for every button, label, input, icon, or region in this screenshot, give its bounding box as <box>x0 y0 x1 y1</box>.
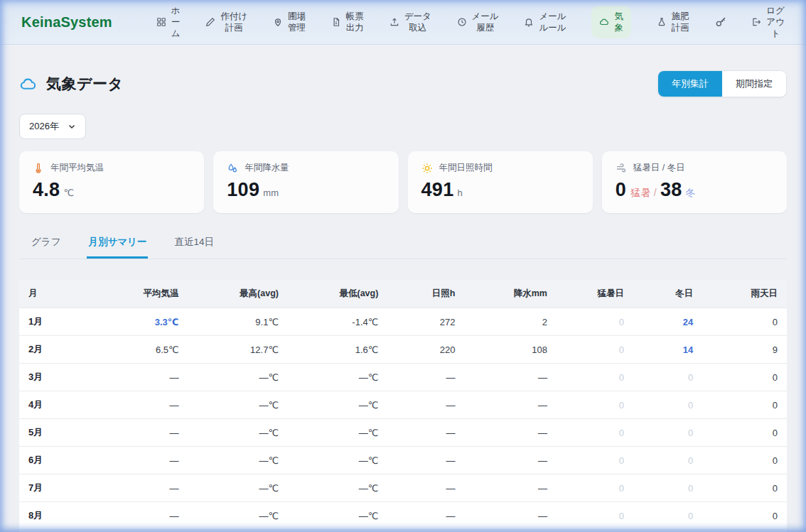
nav-item-label: 圃場 管理 <box>288 11 306 34</box>
table-row: 2月6.5℃12.7℃1.6℃2201080149 <box>19 336 787 364</box>
table-body: 1月3.3℃9.1℃-1.4℃272202402月6.5℃12.7℃1.6℃22… <box>19 308 787 532</box>
top-nav: KeinaSystem ホ ー ム 作付け 計画 圃場 管理 帳票 出力 <box>0 0 806 45</box>
nav-item-home[interactable]: ホ ー ム <box>156 5 181 40</box>
header-rainy-days: 雨天日 <box>702 280 787 308</box>
nav-item-label: メール ルール <box>539 11 566 34</box>
cell-avg-temp: — <box>96 364 188 391</box>
cell-rainy-days: 0 <box>702 474 787 502</box>
nav-item-label: メール 履歴 <box>472 11 499 34</box>
winter-days-label: 冬 <box>686 187 696 198</box>
cell-min-avg: -1.4℃ <box>288 308 387 336</box>
nav-item-label: 帳票 出力 <box>346 11 364 34</box>
value-separator: / <box>654 187 657 198</box>
cell-min-avg: —℃ <box>288 530 387 532</box>
sun-icon <box>421 163 433 174</box>
cell-max-avg: —℃ <box>188 364 288 391</box>
table-row: 5月——℃—℃——000 <box>19 419 787 447</box>
cell-hot-days: 0 <box>557 308 633 336</box>
logout-icon <box>751 17 761 27</box>
cell-sunshine: 220 <box>387 336 464 364</box>
cell-precipitation: — <box>464 447 557 474</box>
cell-hot-days: 0 <box>557 502 633 530</box>
period-select-button[interactable]: 期間指定 <box>722 71 786 97</box>
cell-sunshine: — <box>387 391 464 419</box>
tab-graph[interactable]: グラフ <box>30 232 62 259</box>
card-unit: h <box>457 188 463 198</box>
nav-item-field-management[interactable]: 圃場 管理 <box>273 11 306 34</box>
card-annual-avg-temp: 年間平均気温 4.8℃ <box>19 151 204 213</box>
cell-precipitation: — <box>464 364 557 391</box>
cell-max-avg: —℃ <box>188 502 288 530</box>
year-select-value: 2026年 <box>29 120 59 133</box>
card-label: 年間降水量 <box>245 162 289 174</box>
map-pin-icon <box>273 17 283 27</box>
cell-hot-days: 0 <box>557 474 633 502</box>
header-month: 月 <box>19 280 96 308</box>
year-select[interactable]: 2026年 <box>19 114 86 139</box>
pencil-icon <box>205 17 215 27</box>
cell-max-avg: —℃ <box>188 474 288 502</box>
nav-item-report-output[interactable]: 帳票 出力 <box>331 11 364 34</box>
brand-logo[interactable]: KeinaSystem <box>21 14 112 31</box>
table-row: 6月——℃—℃——000 <box>19 447 787 474</box>
cell-avg-temp: — <box>96 419 188 447</box>
weather-cloud-icon <box>19 75 37 93</box>
header-min-avg: 最低(avg) <box>288 280 387 308</box>
nav-item-fertilizer-plan[interactable]: 施肥 計画 <box>657 11 689 34</box>
yearly-summary-button[interactable]: 年別集計 <box>658 71 722 97</box>
cell-hot-days: 0 <box>557 391 633 419</box>
nav-item-label: 気 象 <box>614 11 623 34</box>
cell-avg-temp: 3.3℃ <box>96 308 188 336</box>
cell-sunshine: — <box>387 530 464 532</box>
cell-month: 1月 <box>19 308 96 336</box>
cell-avg-temp: — <box>96 474 188 502</box>
cell-rainy-days: 0 <box>702 364 787 391</box>
cell-sunshine: — <box>387 419 464 447</box>
bell-icon <box>524 17 534 27</box>
cell-precipitation: 2 <box>464 308 557 336</box>
logout-button[interactable]: ログ アウ ト <box>751 5 785 40</box>
nav-item-label: 作付け 計画 <box>220 11 247 34</box>
cell-sunshine: 272 <box>387 308 464 336</box>
tab-monthly-summary[interactable]: 月別サマリー <box>87 232 148 259</box>
table-row: 9月——℃—℃——000 <box>19 530 787 532</box>
nav-item-mail-history[interactable]: メール 履歴 <box>457 11 499 34</box>
cell-rainy-days: 0 <box>702 391 787 419</box>
droplets-icon <box>227 163 238 174</box>
nav-item-data-import[interactable]: データ 取込 <box>389 11 431 34</box>
header-hot-days: 猛暑日 <box>557 280 633 308</box>
cell-min-avg: —℃ <box>288 447 387 474</box>
card-unit: mm <box>263 188 279 198</box>
cell-precipitation: — <box>464 530 557 532</box>
cell-min-avg: —℃ <box>288 502 387 530</box>
cell-winter-days: 0 <box>633 447 702 474</box>
document-icon <box>331 17 341 27</box>
nav-item-planting-plan[interactable]: 作付け 計画 <box>205 11 247 34</box>
cell-winter-days: 0 <box>633 419 702 447</box>
card-annual-precipitation: 年間降水量 109mm <box>213 151 398 213</box>
cell-max-avg: —℃ <box>188 391 288 419</box>
nav-item-weather[interactable]: 気 象 <box>591 6 631 39</box>
winter-days-value: 38 <box>660 179 682 200</box>
cell-hot-days: 0 <box>557 530 633 532</box>
main-content: 気象データ 年別集計 期間指定 2026年 年間平均気温 4.8℃ <box>0 70 806 532</box>
table-row: 7月——℃—℃——000 <box>19 474 787 502</box>
tabs: グラフ 月別サマリー 直近14日 <box>19 232 787 259</box>
cloud-icon <box>599 17 609 27</box>
card-unit: ℃ <box>63 188 74 198</box>
stat-cards: 年間平均気温 4.8℃ 年間降水量 109mm 年間日照時間 491h <box>19 151 787 213</box>
cell-rainy-days: 0 <box>702 308 787 336</box>
cell-max-avg: 9.1℃ <box>188 308 288 336</box>
cell-month: 2月 <box>19 336 96 364</box>
cell-rainy-days: 0 <box>702 447 787 474</box>
cell-hot-days: 0 <box>557 364 633 391</box>
cell-hot-days: 0 <box>557 419 633 447</box>
nav-item-mail-rules[interactable]: メール ルール <box>524 11 566 34</box>
cell-winter-days: 0 <box>633 474 702 502</box>
cell-month: 9月 <box>19 530 96 532</box>
cell-month: 5月 <box>19 419 96 447</box>
card-value: 109 <box>227 179 259 200</box>
tab-recent-14-days[interactable]: 直近14日 <box>173 232 215 259</box>
cell-rainy-days: 0 <box>702 502 787 530</box>
key-button[interactable] <box>715 16 726 28</box>
